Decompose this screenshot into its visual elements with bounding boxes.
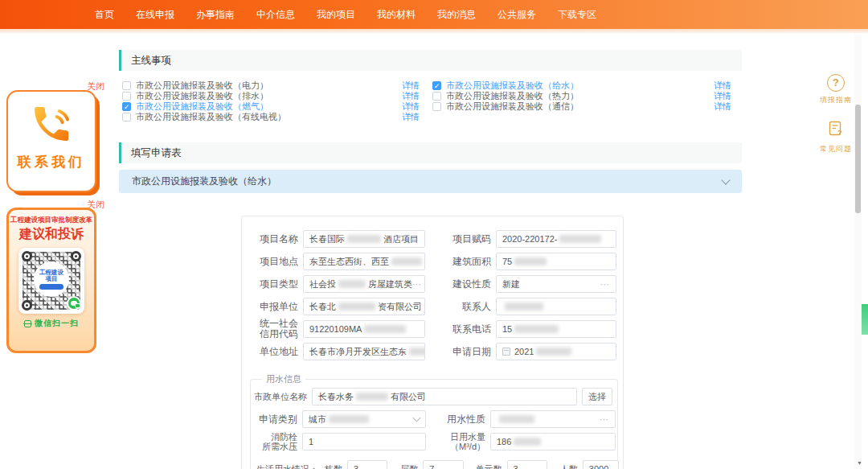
unit-address-label: 单位地址 <box>250 347 298 357</box>
mainline-item-cable-tv: 市政公用设施报装及验收（有线电视） 详情 <box>122 112 420 122</box>
applicant-unit-field[interactable]: 长春北 资有限公司 <box>303 298 425 315</box>
redacted-text <box>356 393 388 401</box>
project-name-field[interactable]: 长春国际 酒店项目 <box>303 230 425 248</box>
unit-address-field[interactable]: 长春市净月开发区生态东 <box>303 343 425 360</box>
nav-item-my-messages[interactable]: 我的消息 <box>437 8 476 22</box>
unit-count-field[interactable]: 3 <box>507 460 547 469</box>
applicant-unit-pre: 长春北 <box>309 301 336 313</box>
floor-count-field[interactable]: 7 <box>423 460 463 469</box>
checkbox-cable-tv[interactable] <box>122 113 131 121</box>
checkbox-gas-checked[interactable]: ✓ <box>122 102 131 111</box>
contact-phone-field[interactable]: 15 <box>496 320 616 338</box>
form-row-3: 项目类型 社会投 房屋建筑类 ⋯ 建设性质 新建 ⋯ <box>250 275 616 293</box>
ellipsis-icon[interactable]: ⋯ <box>600 279 610 290</box>
scrollbar-track[interactable] <box>854 33 862 469</box>
complaint-card-subtitle: 建议和投诉 <box>9 226 94 243</box>
apply-category-value: 城市 <box>309 413 326 426</box>
qr-code: 工程建设 项目 <box>18 248 84 314</box>
checkbox-water-supply-checked[interactable]: ✓ <box>432 81 441 90</box>
floor-count-value: 7 <box>429 464 434 469</box>
water-supply-accordion[interactable]: 市政公用设施报装及验收（给水） <box>119 170 742 193</box>
filling-guide-helper[interactable]: ? 填报指南 <box>813 74 858 105</box>
redacted-text <box>505 302 543 311</box>
redacted-text <box>514 325 559 333</box>
green-edge-tab[interactable] <box>862 304 868 335</box>
project-code-value: 2020-220172- <box>502 234 558 244</box>
hydrant-pressure-field[interactable]: 1 <box>302 433 426 450</box>
project-code-field[interactable]: 2020-220172- <box>496 230 616 248</box>
wechat-icon <box>67 296 81 311</box>
project-type-post: 房屋建筑类 <box>368 278 412 290</box>
wechat-scan-label: 微信扫一扫 <box>35 318 79 329</box>
select-button[interactable]: 选择 <box>582 388 612 405</box>
qr-center-badge <box>39 284 63 290</box>
water-info-legend: 用水信息 <box>262 373 305 385</box>
apply-date-value: 2021 <box>514 347 534 356</box>
mainline-right-column: ✓ 市政公用设施报装及验收（给水） 详情 市政公用设施报装及验收（热力） 详情 … <box>432 80 731 112</box>
nav-item-guide[interactable]: 办事指南 <box>196 8 235 22</box>
project-name-post: 酒店项目 <box>383 233 419 245</box>
redacted-text <box>514 438 541 446</box>
water-info-fieldset: 用水信息 市政单位名称 长春水务 有限公司 选择 申请类别 城市 用水性质 <box>250 379 618 469</box>
nav-item-public-service[interactable]: 公共服务 <box>497 8 536 22</box>
faq-helper[interactable]: ? 常见问题 <box>813 120 858 154</box>
mainline-item-label: 市政公用设施报装及验收（通信） <box>446 101 709 113</box>
ellipsis-icon[interactable]: ⋯ <box>412 279 422 290</box>
water-nature-field[interactable]: ⋯ <box>490 410 616 428</box>
project-location-value: 东至生态西街、西至 <box>309 256 389 268</box>
building-area-field[interactable]: 75 <box>496 253 616 270</box>
contact-person-field[interactable] <box>496 298 616 315</box>
scroll-down-arrow-icon[interactable]: ▼ <box>857 460 862 466</box>
form-section-header: 填写申请表 <box>119 142 742 163</box>
detail-link-telecom[interactable]: 详情 <box>714 101 731 113</box>
building-count-label: 栋数 <box>323 464 342 469</box>
checkbox-telecom[interactable] <box>432 102 441 111</box>
complaint-suggestion-card[interactable]: 工程建设项目审批制度改革 建议和投诉 工程建设 项目 微信扫一扫 <box>6 208 96 353</box>
right-helper-panel: ? 填报指南 ? 常见问题 <box>813 74 858 169</box>
nav-item-my-projects[interactable]: 我的项目 <box>317 8 355 22</box>
project-type-pre: 社会投 <box>309 278 336 290</box>
project-code-label: 项目赋码 <box>444 234 491 245</box>
application-form-card: 项目名称 长春国际 酒店项目 项目赋码 2020-220172- 项目地点 东至… <box>241 216 624 469</box>
ellipsis-icon[interactable]: ⋯ <box>600 414 609 425</box>
accordion-label: 市政公用设施报装及验收（给水） <box>132 175 723 188</box>
redacted-text <box>536 348 571 356</box>
apply-category-select[interactable]: 城市 <box>302 410 426 428</box>
redacted-text <box>338 280 366 288</box>
checkbox-electric[interactable] <box>122 81 131 90</box>
hydrant-pressure-value: 1 <box>309 437 313 446</box>
municipal-unit-pre: 长春水务 <box>318 391 354 403</box>
contact-us-card[interactable]: 联系我们 <box>6 90 96 192</box>
credit-code-field[interactable]: 91220109MA <box>303 320 425 338</box>
people-count-field[interactable]: 3000 <box>583 460 619 469</box>
redacted-text <box>347 235 381 243</box>
apply-category-label: 申请类别 <box>259 414 297 424</box>
form-row-5: 统一社会 信用代码 91220109MA 联系电话 15 <box>250 320 616 338</box>
nav-item-home[interactable]: 首页 <box>95 8 114 22</box>
building-count-field[interactable]: 3 <box>347 460 387 469</box>
redacted-text <box>329 415 369 423</box>
water-row-3: 消防栓 所需水压 1 日用水量 （M³/d） 186 <box>251 431 619 452</box>
municipal-unit-field[interactable]: 长春水务 有限公司 <box>312 388 577 405</box>
construction-nature-value: 新建 <box>502 278 520 290</box>
project-location-field[interactable]: 东至生态西街、西至 <box>303 253 425 270</box>
water-nature-label: 用水性质 <box>447 414 485 424</box>
credit-code-label: 统一社会 信用代码 <box>250 319 298 339</box>
nav-item-my-materials[interactable]: 我的材料 <box>377 8 416 22</box>
nav-item-download-zone[interactable]: 下载专区 <box>558 8 596 22</box>
daily-water-field[interactable]: 186 <box>490 433 616 450</box>
construction-nature-field[interactable]: 新建 ⋯ <box>496 275 616 293</box>
project-type-field[interactable]: 社会投 房屋建筑类 ⋯ <box>303 275 425 293</box>
nav-item-online-apply[interactable]: 在线申报 <box>136 8 174 22</box>
daily-water-value: 186 <box>497 437 511 446</box>
detail-link-cable-tv[interactable]: 详情 <box>402 111 420 123</box>
checkbox-drainage[interactable] <box>122 92 131 101</box>
apply-date-field[interactable]: 2021 <box>496 343 616 360</box>
page-root: 首页 在线申报 办事指南 中介信息 我的项目 我的材料 我的消息 公共服务 下载… <box>0 0 868 469</box>
redacted-text <box>409 348 425 356</box>
checkbox-heating[interactable] <box>432 92 441 101</box>
form-row-4: 申报单位 长春北 资有限公司 联系人 <box>250 298 616 315</box>
nav-item-agency-info[interactable]: 中介信息 <box>256 8 295 22</box>
people-count-label: 人数 <box>559 464 578 469</box>
scrollbar-thumb[interactable] <box>855 105 861 213</box>
